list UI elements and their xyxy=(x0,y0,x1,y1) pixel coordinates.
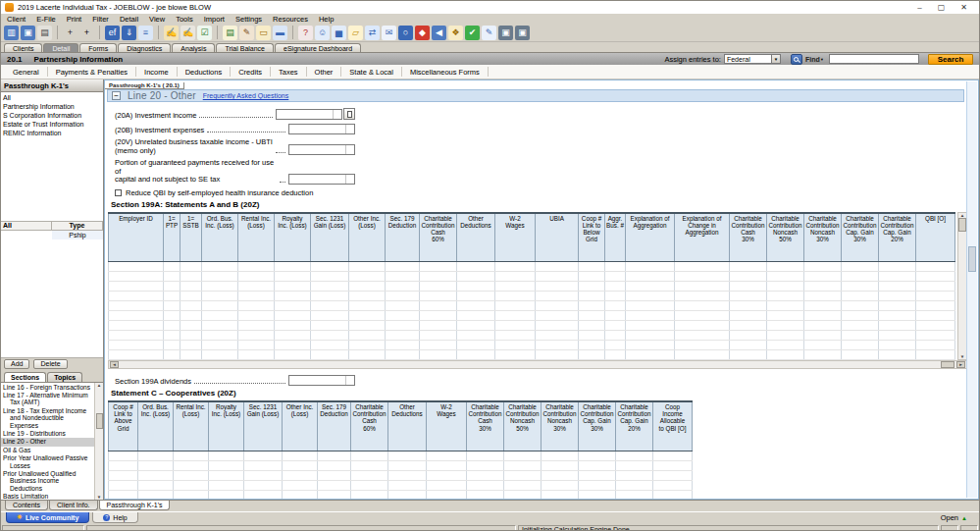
grid-cell[interactable] xyxy=(283,490,318,500)
tab-forms[interactable]: Forms xyxy=(79,43,117,52)
grid-cell[interactable] xyxy=(605,311,626,321)
grid-cell[interactable] xyxy=(283,460,318,470)
grid-cell[interactable] xyxy=(730,341,767,350)
category-tab-credits[interactable]: Credits xyxy=(231,67,271,77)
faq-link[interactable]: Frequently Asked Questions xyxy=(203,92,289,99)
print-icon[interactable]: ▤ xyxy=(37,26,52,40)
grid-cell[interactable] xyxy=(181,272,202,282)
grid-cell[interactable] xyxy=(730,301,767,311)
grid-cell[interactable] xyxy=(202,311,238,321)
grid-cell[interactable] xyxy=(109,272,164,282)
grid-cell[interactable] xyxy=(542,470,579,480)
grid-cell[interactable] xyxy=(842,350,879,360)
grid-cell[interactable] xyxy=(202,262,238,272)
grid-cell[interactable] xyxy=(536,331,579,341)
grid-cell[interactable] xyxy=(209,470,244,480)
grid-cell[interactable] xyxy=(386,341,420,350)
grid-cell[interactable] xyxy=(626,282,675,292)
grid-cell[interactable] xyxy=(675,292,730,301)
grid-cell[interactable] xyxy=(616,451,653,460)
grid-cell[interactable] xyxy=(605,350,626,360)
grid-cell[interactable] xyxy=(653,460,693,470)
grid-cell[interactable] xyxy=(804,331,842,341)
grid-cell[interactable] xyxy=(181,311,202,321)
close-icon[interactable]: ✕ xyxy=(960,3,967,12)
grid-cell[interactable] xyxy=(536,282,579,292)
transfer-in-truck-icon[interactable]: ▣ xyxy=(515,26,530,40)
grid-cell[interactable] xyxy=(916,282,955,292)
grid-cell[interactable] xyxy=(109,292,164,301)
menu-detail[interactable]: Detail xyxy=(120,15,138,24)
live-community-tab[interactable]: ✷ Live Community xyxy=(6,512,89,523)
grid-cell[interactable] xyxy=(536,301,579,311)
grid-cell[interactable] xyxy=(675,311,730,321)
grid-cell[interactable] xyxy=(109,490,138,500)
grid-cell[interactable] xyxy=(457,331,495,341)
section-item-line-18-tax-exempt-income-and-nondeductible-expenses[interactable]: Line 18 - Tax Exempt Income and Nondeduc… xyxy=(1,407,94,430)
grid-cell[interactable] xyxy=(388,451,427,460)
tab-trial-balance[interactable]: Trial Balance xyxy=(216,43,274,52)
grid-cell[interactable] xyxy=(138,451,174,460)
grid-cell[interactable] xyxy=(174,460,209,470)
tab-sections[interactable]: Sections xyxy=(4,372,46,382)
grid-cell[interactable] xyxy=(349,272,386,282)
find-button[interactable] xyxy=(791,54,802,65)
grid-cell[interactable] xyxy=(109,470,138,480)
grid-cell[interactable] xyxy=(386,331,420,341)
grid-cell[interactable] xyxy=(457,311,495,321)
grid-cell[interactable] xyxy=(164,311,181,321)
grid-cell[interactable] xyxy=(842,301,879,311)
section-item-oil-gas[interactable]: Oil & Gas xyxy=(1,447,94,454)
menu-view[interactable]: View xyxy=(149,15,165,24)
grid-cell[interactable] xyxy=(536,341,579,350)
grid-cell[interactable] xyxy=(388,470,427,480)
grid-cell[interactable] xyxy=(109,451,138,460)
grid-cell[interactable] xyxy=(767,321,804,331)
menu-print[interactable]: Print xyxy=(67,15,81,24)
grid-cell[interactable] xyxy=(536,350,579,360)
grid-cell[interactable] xyxy=(675,301,730,311)
grid-cell[interactable] xyxy=(804,272,842,282)
grid-cell[interactable] xyxy=(495,350,536,360)
grid-cell[interactable] xyxy=(616,460,653,470)
grid-cell[interactable] xyxy=(504,460,542,470)
grid-cell[interactable] xyxy=(427,470,467,480)
grid-cell[interactable] xyxy=(730,272,767,282)
grid-cell[interactable] xyxy=(495,321,536,331)
grid-cell[interactable] xyxy=(138,470,174,480)
flat-panel-icon[interactable]: ▬ xyxy=(273,26,287,40)
grid-cell[interactable] xyxy=(174,470,209,480)
grid-cell[interactable] xyxy=(879,282,916,292)
grid-cell[interactable] xyxy=(767,262,804,272)
grid-cell[interactable] xyxy=(420,292,457,301)
grid-cell[interactable] xyxy=(238,331,275,341)
k1-grid-row[interactable]: Pship xyxy=(1,231,103,239)
grid-cell[interactable] xyxy=(181,350,202,360)
grid-cell[interactable] xyxy=(386,292,420,301)
grid-cell[interactable] xyxy=(767,272,804,282)
grid-cell[interactable] xyxy=(209,480,244,490)
grid-cell[interactable] xyxy=(675,282,730,292)
help-tab[interactable]: ? Help xyxy=(92,512,137,523)
client-checklist-icon[interactable]: ☑ xyxy=(197,26,212,40)
grid-cell[interactable] xyxy=(467,480,504,490)
scroll-down-icon[interactable]: ▼ xyxy=(97,495,101,500)
grid-cell[interactable] xyxy=(626,301,675,311)
reduce-qbi-checkbox[interactable] xyxy=(115,189,122,196)
grid-cell[interactable] xyxy=(495,292,536,301)
grid-cell[interactable] xyxy=(626,321,675,331)
rep-status-icon[interactable]: ✍ xyxy=(181,26,195,40)
grid-cell[interactable] xyxy=(181,341,202,350)
grid-cell[interactable] xyxy=(626,350,675,360)
appearance-brush-icon[interactable]: ✎ xyxy=(239,26,254,40)
grid-cell[interactable] xyxy=(244,470,283,480)
panel-scrollbar[interactable] xyxy=(966,81,977,498)
grid-cell[interactable] xyxy=(730,321,767,331)
grid-cell[interactable] xyxy=(605,331,626,341)
grid-cell[interactable] xyxy=(542,451,579,460)
grid-cell[interactable] xyxy=(579,480,616,490)
section-item-line-20-other[interactable]: Line 20 - Other xyxy=(1,438,94,446)
grid-cell[interactable] xyxy=(916,341,955,350)
investment-income-input[interactable] xyxy=(276,109,342,120)
grid-cell[interactable] xyxy=(420,262,457,272)
